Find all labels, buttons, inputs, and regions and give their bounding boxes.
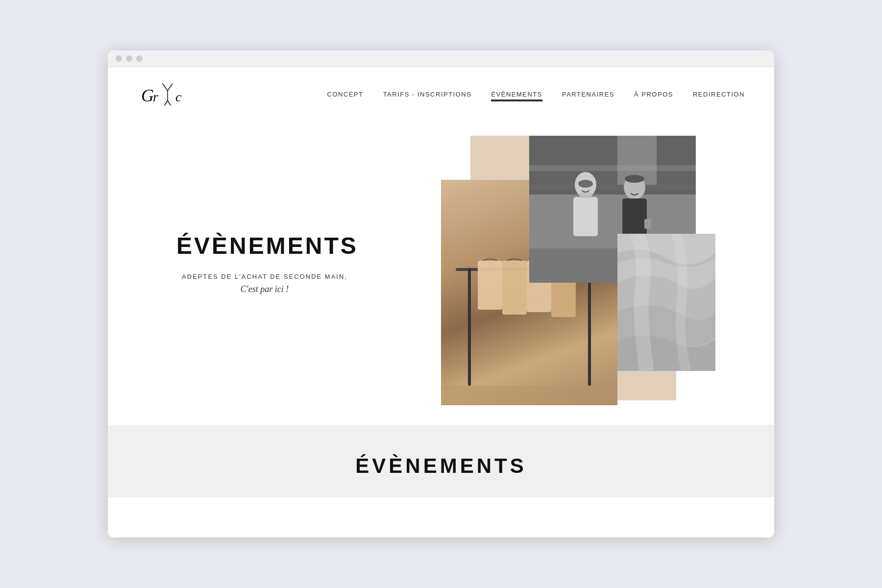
hero-tagline: C'est par ici ! [176,284,353,294]
svg-rect-17 [529,165,696,171]
nav-item-evenements[interactable]: ÉVÈNEMENTS [491,90,542,98]
nav-link-partenaires[interactable]: PARTENAIRES [562,91,614,98]
svg-text:G: G [141,86,154,105]
logo-svg: G r c [137,76,196,110]
nav-link-redirection[interactable]: REDIRECTION [693,91,745,98]
hero-subtitle: ADEPTES DE L'ACHAT DE SECONDE MAIN, [176,273,353,280]
bottom-section: ÉVÈNEMENTS [108,425,774,497]
browser-chrome [108,50,774,67]
svg-rect-8 [478,261,502,310]
bottom-title: ÉVÈNEMENTS [108,454,774,478]
hero-collage [431,136,774,405]
nav-item-concept[interactable]: CONCEPT [327,90,364,98]
fabric-svg [617,234,715,371]
svg-rect-5 [468,268,471,386]
browser-dot-red [116,55,122,62]
svg-rect-6 [588,268,591,386]
fabric-image [617,234,715,371]
nav-item-redirection[interactable]: REDIRECTION [693,90,745,98]
nav-link-evenements[interactable]: ÉVÈNEMENTS [491,91,542,100]
navigation: G r c [108,67,774,121]
nav-item-partenaires[interactable]: PARTENAIRES [562,90,614,98]
svg-text:r: r [153,89,158,104]
fabric-inner [617,234,715,371]
browser-dot-yellow [126,55,132,62]
nav-link-tarifs[interactable]: TARIFS - INSCRIPTIONS [383,91,472,98]
nav-link-apropos[interactable]: À PROPOS [634,91,673,98]
browser-dot-green [136,55,143,62]
nav-item-apropos[interactable]: À PROPOS [634,90,673,98]
svg-rect-21 [573,197,598,236]
svg-rect-27 [644,219,651,229]
logo-area[interactable]: G r c [137,76,216,112]
nav-link-concept[interactable]: CONCEPT [327,91,364,98]
hero-title: ÉVÈNEMENTS [176,232,353,259]
nav-item-tarifs[interactable]: TARIFS - INSCRIPTIONS [383,90,472,98]
hero-section: ÉVÈNEMENTS ADEPTES DE L'ACHAT DE SECONDE… [108,121,774,405]
svg-rect-18 [529,185,696,190]
svg-rect-3 [441,386,617,405]
svg-text:c: c [175,89,182,104]
page-content: G r c [108,67,774,538]
svg-rect-23 [580,192,592,198]
svg-point-22 [578,180,593,188]
svg-rect-10 [502,261,527,315]
svg-point-26 [625,175,644,183]
browser-window: G r c [108,50,774,538]
hero-text-card: ÉVÈNEMENTS ADEPTES DE L'ACHAT DE SECONDE… [147,203,392,324]
nav-links: CONCEPT TARIFS - INSCRIPTIONS ÉVÈNEMENTS… [327,90,745,98]
